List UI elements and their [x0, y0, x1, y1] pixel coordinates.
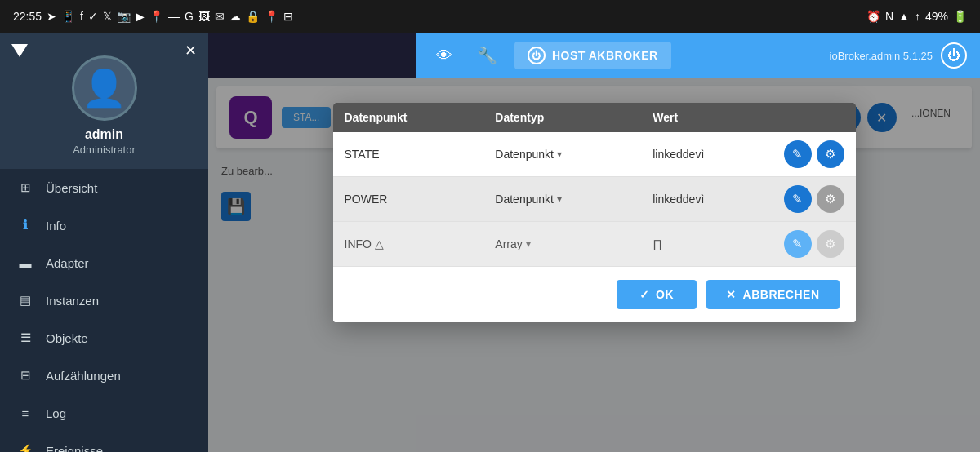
map-icon: 📍: [149, 10, 163, 23]
col-actions: [773, 103, 856, 132]
sidebar-item-info[interactable]: ℹ Info: [0, 206, 208, 244]
type-cell-power: Datenpunkt ▾: [495, 193, 630, 206]
avatar-person-icon: 👤: [82, 67, 127, 109]
edit-button-power[interactable]: ✎: [784, 185, 812, 213]
data-table: Datenpunkt Datentyp Wert STATE: [333, 103, 856, 267]
cell-datenpunkt-state: STATE: [333, 132, 484, 177]
sidebar-triangle-icon: [11, 44, 28, 57]
power-button[interactable]: ⏻: [941, 42, 967, 69]
user-role: Administrator: [13, 144, 195, 169]
sidebar-close-button[interactable]: ✕: [180, 41, 200, 60]
col-datentyp: Datentyp: [483, 103, 641, 132]
cell-datenpunkt-info: INFO △: [333, 222, 484, 267]
image-icon: 🖼: [198, 10, 210, 23]
sidebar-item-ereignisse[interactable]: ⚡ Ereignisse: [0, 432, 208, 452]
lock-icon: 🔒: [246, 10, 260, 23]
action-cell-info: ✎ ⚙: [784, 230, 844, 258]
content-section: 👁 🔧 ⏻ HOST AKBROKER ioBroker.admin 5.1.2…: [208, 33, 980, 452]
sidebar-item-log[interactable]: ≡ Log: [0, 394, 208, 432]
cancel-x-icon: ✕: [726, 288, 737, 301]
sidebar-item-ubersicht[interactable]: ⊞ Übersicht: [0, 169, 208, 206]
instanzen-icon: ▤: [16, 291, 34, 309]
table-row: INFO △ Array ▾ ∏: [333, 222, 856, 267]
g-icon: G: [185, 10, 194, 23]
host-power-icon: ⏻: [528, 47, 546, 64]
nav-label-objekte: Objekte: [46, 331, 88, 345]
sidebar-item-instanzen[interactable]: ▤ Instanzen: [0, 281, 208, 319]
table-row: POWER Datenpunkt ▾ linkeddevì: [333, 177, 856, 222]
ereignisse-icon: ⚡: [16, 441, 34, 452]
cloud-icon: ☁: [229, 10, 241, 23]
version-label: ioBroker.admin 5.1.25: [830, 50, 933, 62]
sidebar-item-adapter[interactable]: ▬ Adapter: [0, 244, 208, 281]
cell-wert-info: ∏: [641, 222, 772, 267]
nav-label-ereignisse: Ereignisse: [46, 444, 103, 453]
type-cell-state: Datenpunkt ▾: [495, 148, 630, 161]
sidebar: ✕ 👤 admin Administrator ⊞ Übersicht ℹ In…: [0, 33, 208, 452]
sidebar-item-aufzahlungen[interactable]: ⊟ Aufzählungen: [0, 357, 208, 394]
cell-datenpunkt-power: POWER: [333, 177, 484, 222]
check-icon: ✓: [88, 10, 98, 23]
table-body: STATE Datenpunkt ▾ linkeddevì: [333, 132, 856, 267]
video-icon: ▶: [136, 10, 145, 23]
avatar: 👤: [72, 55, 137, 121]
twitter-icon: 𝕏: [103, 10, 112, 23]
battery-text: 49%: [925, 10, 948, 23]
dropdown-arrow-info[interactable]: ▾: [526, 238, 531, 250]
cell-actions-info: ✎ ⚙: [773, 222, 856, 267]
edit-button-info[interactable]: ✎: [784, 230, 812, 258]
alarm-icon: ⏰: [866, 10, 880, 23]
main-layout: ✕ 👤 admin Administrator ⊞ Übersicht ℹ In…: [0, 33, 980, 452]
cancel-button[interactable]: ✕ ABBRECHEN: [706, 280, 839, 309]
top-bar: 👁 🔧 ⏻ HOST AKBROKER ioBroker.admin 5.1.2…: [416, 33, 980, 78]
wrench-button[interactable]: 🔧: [472, 41, 501, 70]
cell-actions-state: ✎ ⚙: [773, 132, 856, 177]
info-icon: ℹ: [16, 216, 34, 234]
ok-label: OK: [656, 288, 674, 301]
cell-datentyp-state: Datenpunkt ▾: [483, 132, 641, 177]
cell-datentyp-info: Array ▾: [483, 222, 641, 267]
location-arrow-icon: ➤: [47, 10, 56, 23]
objekte-icon: ☰: [16, 329, 34, 347]
cell-datentyp-power: Datenpunkt ▾: [483, 177, 641, 222]
type-label-power: Datenpunkt: [495, 193, 554, 206]
dropdown-arrow-power[interactable]: ▾: [557, 193, 562, 205]
battery-icon: 🔋: [953, 10, 967, 23]
header-row: Datenpunkt Datentyp Wert: [333, 103, 856, 132]
type-label-info: Array: [495, 237, 522, 250]
log-icon: ≡: [16, 404, 34, 422]
status-bar-left: 22:55 ➤ 📱 f ✓ 𝕏 📷 ▶ 📍 — G 🖼 ✉ ☁ 🔒 📍 ⊟: [13, 10, 293, 23]
settings-button-info[interactable]: ⚙: [817, 230, 844, 258]
wifi-icon: ▲: [898, 10, 910, 23]
settings-button-state[interactable]: ⚙: [817, 140, 844, 168]
nav-label-adapter: Adapter: [46, 256, 89, 270]
status-bar-right: ⏰ N ▲ ↑ 49% 🔋: [866, 10, 967, 23]
nav-menu: ⊞ Übersicht ℹ Info ▬ Adapter ▤ Instanzen…: [0, 169, 208, 452]
content-area: Q STA... ✎ ⚙ ✕ ...IONEN Zu bearb... 💾: [208, 78, 980, 452]
grid-icon: ⊞: [16, 179, 34, 197]
pin2-icon: 📍: [265, 10, 278, 23]
nav-label-ubersicht: Übersicht: [46, 181, 97, 195]
settings-button-power[interactable]: ⚙: [817, 185, 844, 213]
eye-button[interactable]: 👁: [430, 41, 459, 70]
action-cell-power: ✎ ⚙: [784, 185, 844, 213]
nav-label-info: Info: [46, 219, 66, 233]
cell-actions-power: ✎ ⚙: [773, 177, 856, 222]
table-header: Datenpunkt Datentyp Wert: [333, 103, 856, 132]
sidebar-header-section: ✕ 👤 admin Administrator: [0, 33, 208, 169]
dialog: Datenpunkt Datentyp Wert STATE: [333, 103, 856, 322]
instagram-icon: 📷: [117, 10, 131, 23]
signal-icon: ↑: [915, 10, 920, 23]
user-name: admin: [13, 127, 195, 144]
dash-icon: —: [168, 10, 180, 23]
host-button[interactable]: ⏻ HOST AKBROKER: [514, 42, 671, 69]
nav-label-instanzen: Instanzen: [46, 294, 99, 308]
sidebar-item-objekte[interactable]: ☰ Objekte: [0, 319, 208, 357]
edit-button-state[interactable]: ✎: [784, 140, 812, 168]
dropdown-arrow-state[interactable]: ▾: [557, 148, 562, 160]
nav-label-log: Log: [46, 406, 66, 420]
col-wert: Wert: [641, 103, 772, 132]
n-icon: N: [885, 10, 893, 23]
cell-wert-state: linkeddevì: [641, 132, 772, 177]
ok-button[interactable]: ✓ OK: [617, 280, 697, 309]
